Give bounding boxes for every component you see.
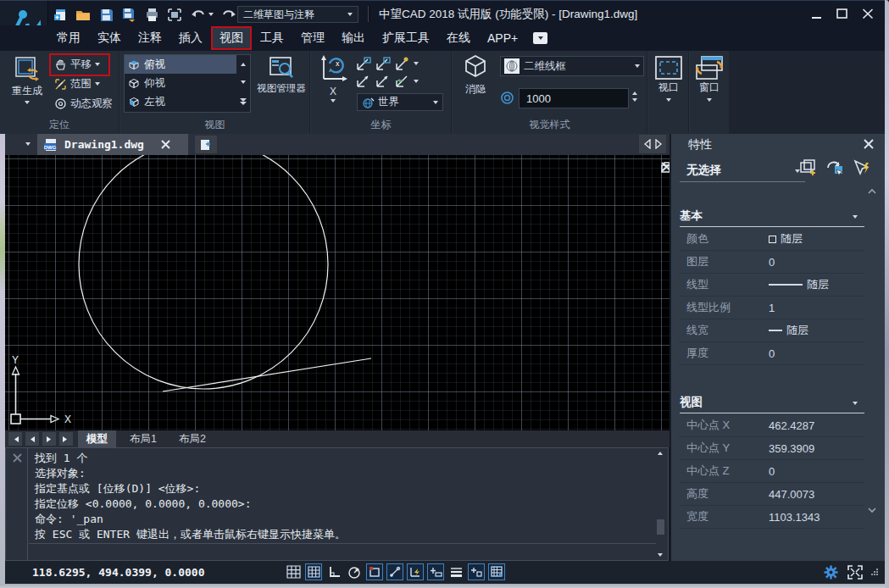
tab-home[interactable]: 常用: [48, 26, 89, 50]
view-item-left[interactable]: 左视: [125, 92, 236, 111]
tab-express[interactable]: 扩展工具: [374, 26, 438, 50]
doctab-close-icon[interactable]: [161, 140, 170, 149]
annotation-monitor-icon[interactable]: [488, 563, 505, 580]
dyn-input-icon[interactable]: [427, 563, 444, 580]
minimize-button[interactable]: [811, 8, 823, 19]
ucs-world-combo[interactable]: 世界: [357, 93, 443, 111]
document-tab[interactable]: DWG Drawing1.dwg: [37, 134, 188, 155]
quick-properties-icon[interactable]: [468, 563, 485, 580]
tab-tools[interactable]: 工具: [252, 26, 292, 50]
ducs-icon[interactable]: [407, 563, 424, 580]
osnap-icon[interactable]: [366, 563, 383, 580]
tab-online[interactable]: 在线: [438, 26, 479, 50]
grid-display-icon[interactable]: [285, 563, 302, 580]
window-button[interactable]: 窗口: [692, 55, 726, 102]
vs-value-spinner[interactable]: [632, 92, 637, 102]
preview-icon[interactable]: [167, 7, 182, 22]
fullscreen-icon[interactable]: [847, 565, 863, 580]
regen-button[interactable]: 重生成: [7, 53, 47, 104]
view-item-top[interactable]: 俯视: [125, 55, 236, 74]
layout-tab-model[interactable]: 模型: [78, 430, 116, 448]
ortho-icon[interactable]: [325, 563, 342, 580]
ucs-x-button[interactable]: x X: [316, 53, 350, 103]
toggle-pickadd-icon[interactable]: [852, 159, 872, 176]
otrack-icon[interactable]: [386, 563, 403, 580]
tab-output[interactable]: 输出: [333, 26, 374, 50]
new-file-icon[interactable]: [53, 7, 68, 22]
property-row-centerz[interactable]: 中心点 Z 0: [680, 460, 864, 483]
undo-icon[interactable]: [190, 7, 205, 22]
vs-value-input[interactable]: 1000: [519, 88, 629, 108]
viewport-button[interactable]: 视口: [652, 55, 686, 102]
lineweight-icon[interactable]: [447, 563, 464, 580]
property-row-centerx[interactable]: 中心点 X 462.4287: [680, 414, 864, 437]
drawing-canvas[interactable]: Y X: [5, 155, 670, 430]
properties-scrollbar[interactable]: [865, 185, 879, 517]
ucs-icon-3[interactable]: [394, 56, 410, 72]
snap-grid-icon[interactable]: [305, 563, 322, 580]
resize-grip[interactable]: [871, 569, 879, 576]
section-basic[interactable]: 基本: [680, 208, 864, 227]
orbit-button[interactable]: 动态观察: [54, 94, 113, 113]
first-layout-button[interactable]: [8, 432, 22, 446]
command-area[interactable]: 找到 1 个选择对象:指定基点或 [位移(D)] <位移>:指定位移 <0.00…: [5, 447, 669, 561]
select-objects-icon[interactable]: [825, 159, 845, 176]
new-tab-button[interactable]: [195, 136, 217, 153]
redo-icon[interactable]: [222, 7, 237, 22]
selection-combo[interactable]: 无选择: [686, 163, 814, 178]
tab-insert[interactable]: 插入: [170, 26, 211, 50]
ucs-icon-5[interactable]: [375, 74, 391, 90]
save-as-icon[interactable]: [121, 7, 136, 22]
property-row-thickness[interactable]: 厚度 0: [680, 342, 864, 365]
maximize-button[interactable]: [836, 8, 848, 19]
prev-layout-button[interactable]: [25, 432, 39, 446]
view-item-bottom[interactable]: 仰视: [125, 74, 236, 92]
view-list-scrollbar[interactable]: [236, 55, 250, 112]
tab-solid[interactable]: 实体: [89, 26, 130, 50]
open-file-icon[interactable]: [75, 7, 91, 22]
view-manager-button[interactable]: 视图管理器: [256, 53, 307, 95]
properties-close-icon[interactable]: [864, 139, 874, 149]
workspace-combo[interactable]: 二维草图与注释: [237, 6, 358, 23]
ucs-dropdown-2[interactable]: [414, 80, 419, 83]
ucs-icon-4[interactable]: [355, 74, 371, 90]
visual-style-combo[interactable]: 二维线框: [500, 56, 644, 76]
layout-tab-1[interactable]: 布局1: [121, 430, 165, 448]
extent-button[interactable]: 范围: [54, 75, 100, 93]
last-layout-button[interactable]: [59, 432, 73, 446]
tab-manage[interactable]: 管理: [292, 26, 333, 50]
layout-tab-2[interactable]: 布局2: [170, 430, 214, 448]
close-button[interactable]: [862, 8, 874, 19]
property-row-lineweight[interactable]: 线宽 随层: [680, 319, 864, 342]
property-row-linetype[interactable]: 线型 随层: [680, 274, 864, 297]
settings-gear-icon[interactable]: [823, 564, 839, 580]
tab-annotate[interactable]: 注释: [130, 26, 170, 50]
ucs-icon-1[interactable]: [355, 56, 371, 72]
property-row-centery[interactable]: 中心点 Y 359.3909: [680, 437, 864, 460]
undo-dropdown-icon[interactable]: [208, 7, 214, 22]
ucs-dropdown-1[interactable]: [414, 62, 419, 65]
property-row-color[interactable]: 颜色 随层: [680, 228, 864, 251]
print-icon[interactable]: [144, 7, 159, 22]
tab-scroll-buttons[interactable]: [639, 135, 666, 153]
next-layout-button[interactable]: [42, 432, 56, 446]
tab-app[interactable]: APP+: [479, 27, 526, 49]
property-row-width[interactable]: 宽度 1103.1343: [680, 506, 864, 529]
panel-viewport: 视口: [648, 51, 688, 134]
polar-icon[interactable]: [346, 563, 363, 580]
command-scrollbar[interactable]: [655, 448, 667, 560]
command-close-icon[interactable]: [13, 453, 22, 463]
ucs-icon-6[interactable]: [394, 74, 410, 90]
save-icon[interactable]: [98, 7, 114, 22]
quick-select-icon[interactable]: [799, 159, 818, 176]
tab-view[interactable]: 视图: [211, 26, 252, 50]
property-row-layer[interactable]: 图层 0: [680, 251, 864, 274]
property-row-ltscale[interactable]: 线型比例 1: [680, 297, 864, 319]
ucs-icon-2[interactable]: [375, 56, 391, 72]
message-icon[interactable]: [533, 32, 547, 44]
doctab-dropdown-icon[interactable]: [25, 142, 31, 146]
property-row-height[interactable]: 高度 447.0073: [680, 483, 864, 506]
section-view[interactable]: 视图: [680, 395, 864, 413]
status-bar: 118.6295, 494.0399, 0.0000: [0, 561, 889, 584]
hide-button[interactable]: 消隐: [458, 53, 493, 97]
